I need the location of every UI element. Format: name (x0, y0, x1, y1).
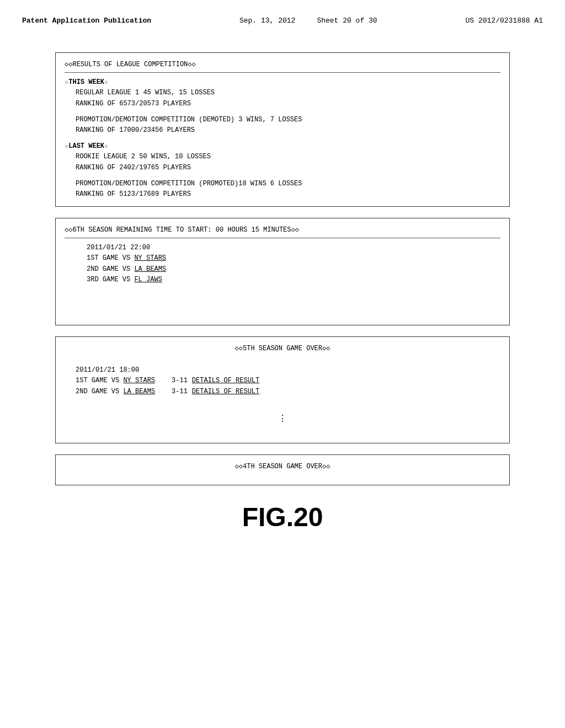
last-week-line2: RANKING OF 2402/19765 PLAYERS (65, 163, 500, 173)
season5-game1-score: 3-11 (172, 376, 188, 386)
results-title: ◇◇RESULTS OF LEAGUE COMPETITION◇◇ (65, 60, 500, 73)
season5-game1-row: 1ST GAME VS NY_STARS 3-11 DETAILS OF RES… (65, 376, 500, 386)
ellipsis-indicator: ⋮ (65, 408, 500, 431)
last-week-promo2: RANKING OF 5123/17689 PLAYERS (65, 189, 500, 200)
season6-box: ◇◇6TH SEASON REMAINING TIME TO START: 00… (55, 218, 510, 325)
season4-title: ◇◇4TH SEASON GAME OVER◇◇ (65, 462, 500, 472)
this-week-line1: REGULAR LEAGUE 1 45 WINS, 15 LOSSES (65, 88, 500, 98)
header-publication: Patent Application Publication (22, 17, 151, 25)
season5-game2-label: 2ND GAME VS LA_BEAMS (76, 387, 155, 397)
season5-game2-row: 2ND GAME VS LA_BEAMS 3-11 DETAILS OF RES… (65, 387, 500, 397)
header-date: Sep. 13, 2012 (239, 17, 295, 25)
ny-stars-link[interactable]: NY_STARS (134, 254, 166, 262)
season5-game2-score: 3-11 (172, 387, 188, 397)
this-week-promo1: PROMOTION/DEMOTION COMPETITION (DEMOTED)… (65, 115, 500, 125)
this-week-promo2: RANKING OF 17000/23456 PLAYERS (65, 125, 500, 136)
last-week-promo1: PROMOTION/DEMOTION COMPETITION (PROMOTED… (65, 179, 500, 189)
season5-date: 2011/01/21 18:00 (65, 365, 500, 376)
page: Patent Application Publication Sep. 13, … (0, 0, 565, 728)
results-box: ◇◇RESULTS OF LEAGUE COMPETITION◇◇ ☆THIS … (55, 52, 510, 207)
season6-game2: 2ND GAME VS LA_BEAMS (65, 264, 500, 275)
main-content: ◇◇RESULTS OF LEAGUE COMPETITION◇◇ ☆THIS … (22, 36, 543, 549)
season5-title: ◇◇5TH SEASON GAME OVER◇◇ (65, 344, 500, 354)
season5-la-beams-link[interactable]: LA_BEAMS (123, 388, 155, 395)
season6-game1: 1ST GAME VS NY_STARS (65, 253, 500, 264)
la-beams-link[interactable]: LA_BEAMS (134, 265, 166, 273)
header: Patent Application Publication Sep. 13, … (22, 11, 543, 36)
season6-title: ◇◇6TH SEASON REMAINING TIME TO START: 00… (65, 225, 500, 238)
season6-game3: 3RD GAME VS FL_JAWS (65, 275, 500, 285)
season5-game1-details[interactable]: DETAILS OF RESULT (192, 376, 259, 386)
header-date-sheet: Sep. 13, 2012 Sheet 20 of 30 (239, 17, 377, 25)
figure-label: FIG.20 (55, 502, 510, 532)
last-week-line1: ROOKIE LEAGUE 2 50 WINS, 10 LOSSES (65, 152, 500, 162)
season5-box: ◇◇5TH SEASON GAME OVER◇◇ 2011/01/21 18:0… (55, 336, 510, 443)
season5-game2-details[interactable]: DETAILS OF RESULT (192, 387, 259, 397)
fl-jaws-link[interactable]: FL_JAWS (134, 276, 162, 283)
season4-box: ◇◇4TH SEASON GAME OVER◇◇ (55, 454, 510, 485)
season5-game1-label: 1ST GAME VS NY_STARS (76, 376, 155, 386)
season5-ny-stars-link[interactable]: NY_STARS (123, 377, 155, 384)
this-week-label: ☆THIS WEEK☆ (65, 77, 500, 88)
last-week-label: ☆LAST WEEK☆ (65, 141, 500, 152)
this-week-line2: RANKING OF 6573/20573 PLAYERS (65, 99, 500, 109)
header-patent-number: US 2012/0231888 A1 (466, 17, 543, 25)
season6-date: 2011/01/21 22:00 (65, 243, 500, 253)
header-sheet: Sheet 20 of 30 (317, 17, 377, 25)
